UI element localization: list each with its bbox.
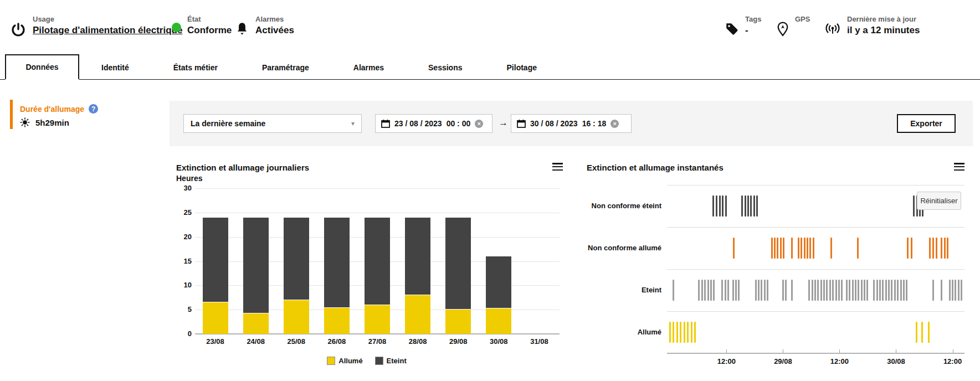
- event-tick[interactable]: [826, 280, 828, 301]
- event-tick[interactable]: [808, 280, 810, 301]
- event-tick[interactable]: [707, 280, 709, 301]
- event-tick[interactable]: [936, 238, 937, 259]
- event-tick[interactable]: [823, 280, 825, 301]
- event-tick[interactable]: [725, 195, 727, 217]
- event-tick[interactable]: [727, 280, 729, 301]
- usage-value-link[interactable]: Pilotage d'alimentation électrique: [33, 24, 182, 37]
- event-tick[interactable]: [801, 238, 802, 259]
- event-tick[interactable]: [841, 280, 843, 301]
- event-tick[interactable]: [691, 322, 692, 343]
- event-tick[interactable]: [710, 280, 712, 301]
- event-tick[interactable]: [701, 280, 703, 301]
- bar-segment-allume[interactable]: [405, 295, 430, 334]
- bar-segment-eteint[interactable]: [203, 218, 228, 302]
- event-tick[interactable]: [704, 280, 706, 301]
- event-tick[interactable]: [804, 238, 805, 259]
- event-tick[interactable]: [673, 280, 674, 301]
- event-tick[interactable]: [719, 195, 721, 217]
- event-tick[interactable]: [894, 280, 896, 301]
- event-tick[interactable]: [764, 280, 766, 301]
- event-tick[interactable]: [861, 280, 863, 301]
- event-tick[interactable]: [774, 238, 776, 259]
- event-tick[interactable]: [698, 280, 700, 301]
- event-tick[interactable]: [849, 280, 850, 301]
- event-tick[interactable]: [864, 280, 865, 301]
- event-tick[interactable]: [777, 238, 778, 259]
- event-tick[interactable]: [713, 280, 715, 301]
- bar-segment-allume[interactable]: [445, 310, 471, 334]
- event-tick[interactable]: [906, 280, 907, 301]
- tab-identit-[interactable]: Identité: [79, 56, 151, 79]
- bar-segment-allume[interactable]: [486, 308, 511, 334]
- event-tick[interactable]: [921, 322, 923, 343]
- event-tick[interactable]: [767, 280, 768, 301]
- event-tick[interactable]: [673, 322, 674, 343]
- event-tick[interactable]: [885, 280, 887, 301]
- event-tick[interactable]: [882, 280, 884, 301]
- event-tick[interactable]: [732, 280, 734, 301]
- event-tick[interactable]: [680, 322, 681, 343]
- event-tick[interactable]: [947, 238, 948, 259]
- event-tick[interactable]: [750, 195, 752, 217]
- event-tick[interactable]: [949, 280, 951, 301]
- event-tick[interactable]: [755, 280, 757, 301]
- event-tick[interactable]: [928, 322, 930, 343]
- event-tick[interactable]: [832, 280, 834, 301]
- event-tick[interactable]: [758, 280, 760, 301]
- event-tick[interactable]: [913, 195, 915, 217]
- event-tick[interactable]: [873, 280, 875, 301]
- tab-param-trage[interactable]: Paramétrage: [240, 56, 331, 79]
- event-tick[interactable]: [687, 322, 689, 343]
- clear-date-from-icon[interactable]: ×: [475, 120, 483, 128]
- bar-segment-eteint[interactable]: [445, 218, 471, 310]
- date-to-input[interactable]: 30 / 08 / 2023 16 : 18 ×: [511, 114, 632, 133]
- event-tick[interactable]: [830, 238, 832, 259]
- event-tick[interactable]: [676, 322, 678, 343]
- event-tick[interactable]: [941, 238, 942, 259]
- tab-pilotage[interactable]: Pilotage: [485, 56, 559, 79]
- event-tick[interactable]: [955, 280, 956, 301]
- event-tick[interactable]: [738, 280, 740, 301]
- tab-donn-es[interactable]: Données: [5, 54, 79, 80]
- event-tick[interactable]: [756, 195, 758, 217]
- event-tick[interactable]: [903, 280, 905, 301]
- event-tick[interactable]: [753, 195, 755, 217]
- event-tick[interactable]: [741, 195, 743, 217]
- event-tick[interactable]: [813, 238, 814, 259]
- event-tick[interactable]: [780, 238, 782, 259]
- event-tick[interactable]: [725, 280, 726, 301]
- event-tick[interactable]: [932, 238, 934, 259]
- event-tick[interactable]: [958, 280, 960, 301]
- event-tick[interactable]: [879, 280, 881, 301]
- bar-segment-eteint[interactable]: [324, 218, 350, 308]
- tab-alarmes[interactable]: Alarmes: [331, 56, 406, 79]
- event-tick[interactable]: [722, 195, 724, 217]
- event-tick[interactable]: [791, 280, 793, 301]
- event-tick[interactable]: [838, 280, 840, 301]
- event-tick[interactable]: [900, 280, 902, 301]
- event-tick[interactable]: [712, 195, 714, 217]
- event-tick[interactable]: [782, 280, 784, 301]
- event-tick[interactable]: [721, 280, 723, 301]
- bar-segment-eteint[interactable]: [284, 218, 309, 300]
- chart-menu-icon[interactable]: [552, 163, 563, 171]
- event-tick[interactable]: [745, 195, 746, 217]
- event-tick[interactable]: [911, 238, 912, 259]
- tab--tats-m-tier[interactable]: États métier: [151, 56, 240, 79]
- bar-segment-allume[interactable]: [324, 308, 350, 334]
- date-range-select[interactable]: La dernière semaine ▾: [183, 114, 362, 133]
- event-tick[interactable]: [866, 280, 868, 301]
- event-tick[interactable]: [829, 280, 831, 301]
- event-tick[interactable]: [846, 280, 848, 301]
- event-tick[interactable]: [747, 195, 749, 217]
- event-tick[interactable]: [820, 280, 822, 301]
- event-tick[interactable]: [798, 238, 799, 259]
- event-tick[interactable]: [835, 280, 837, 301]
- event-tick[interactable]: [669, 322, 671, 343]
- event-tick[interactable]: [907, 238, 909, 259]
- event-tick[interactable]: [952, 280, 953, 301]
- event-tick[interactable]: [888, 280, 890, 301]
- event-tick[interactable]: [857, 238, 859, 259]
- bar-segment-allume[interactable]: [203, 302, 228, 334]
- event-tick[interactable]: [791, 238, 793, 259]
